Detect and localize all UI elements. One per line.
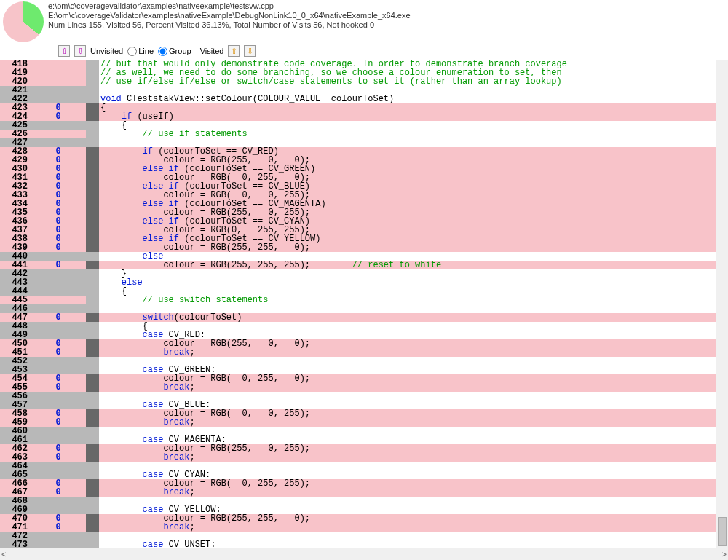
visit-count bbox=[31, 269, 86, 278]
marker bbox=[86, 191, 99, 200]
code-column[interactable]: // but that would only demonstrate code … bbox=[99, 60, 716, 548]
marker bbox=[86, 418, 99, 427]
marker bbox=[86, 95, 99, 103]
visit-count: 0 bbox=[31, 348, 86, 357]
marker bbox=[86, 296, 99, 304]
code-line[interactable]: case CV_UNSET: bbox=[99, 540, 716, 548]
visit-count: 0 bbox=[31, 453, 86, 462]
code-line[interactable]: colour = RGB(255, 255, 0); bbox=[99, 243, 716, 252]
marker bbox=[86, 313, 99, 322]
marker bbox=[86, 68, 99, 77]
visit-count: 0 bbox=[31, 523, 86, 532]
visit-count: 0 bbox=[31, 243, 86, 252]
horizontal-scrollbar[interactable]: < > bbox=[0, 548, 728, 560]
marker bbox=[86, 226, 99, 234]
code-viewer[interactable]: 4184194204214224234244254264274284294304… bbox=[0, 60, 728, 548]
marker bbox=[86, 77, 99, 86]
code-line[interactable]: // use if statements bbox=[99, 130, 716, 138]
code-line[interactable]: { bbox=[99, 103, 716, 112]
visit-count bbox=[31, 392, 86, 401]
marker bbox=[86, 252, 99, 261]
visit-count bbox=[31, 462, 86, 470]
visit-count: 0 bbox=[31, 313, 86, 322]
marker bbox=[86, 532, 99, 540]
code-line[interactable]: break; bbox=[99, 383, 716, 392]
marker bbox=[86, 479, 99, 488]
marker bbox=[86, 427, 99, 435]
code-line[interactable]: switch(colourToSet) bbox=[99, 313, 716, 322]
marker bbox=[86, 540, 99, 548]
marker bbox=[86, 339, 99, 348]
code-line[interactable]: break; bbox=[99, 488, 716, 497]
code-line[interactable]: if (useIf) bbox=[99, 112, 716, 121]
visit-count: 0 bbox=[31, 418, 86, 427]
marker bbox=[86, 357, 99, 366]
visit-count bbox=[31, 130, 86, 138]
code-line[interactable]: break; bbox=[99, 418, 716, 427]
visit-count: 0 bbox=[31, 383, 86, 392]
marker bbox=[86, 112, 99, 121]
visit-count bbox=[31, 278, 86, 287]
marker bbox=[86, 156, 99, 165]
unvisited-label: Unvisited bbox=[90, 47, 123, 55]
marker bbox=[86, 523, 99, 532]
marker bbox=[86, 234, 99, 243]
radio-group[interactable]: Group bbox=[158, 47, 191, 56]
code-line[interactable]: break; bbox=[99, 348, 716, 357]
toolbar: ⇧ ⇩ Unvisited Line Group Visited ⇧ ⇩ bbox=[0, 44, 728, 60]
marker bbox=[86, 383, 99, 392]
source-path: e:\om\c\coveragevalidator\examples\nativ… bbox=[48, 1, 411, 10]
marker bbox=[86, 331, 99, 339]
code-line[interactable]: else bbox=[99, 278, 716, 287]
visit-count bbox=[31, 68, 86, 77]
radio-line[interactable]: Line bbox=[127, 47, 154, 56]
marker bbox=[86, 103, 99, 112]
visit-count: 0 bbox=[31, 488, 86, 497]
marker bbox=[86, 261, 99, 269]
marker bbox=[86, 121, 99, 130]
marker bbox=[86, 409, 99, 418]
marker bbox=[86, 278, 99, 287]
marker bbox=[86, 86, 99, 95]
marker bbox=[86, 165, 99, 173]
next-visited-icon[interactable]: ⇩ bbox=[244, 45, 256, 57]
code-line[interactable]: // use switch statements bbox=[99, 296, 716, 304]
code-line[interactable]: } bbox=[99, 269, 716, 278]
marker bbox=[86, 138, 99, 147]
code-line[interactable]: break; bbox=[99, 523, 716, 532]
next-unvisited-icon[interactable]: ⇩ bbox=[74, 45, 86, 57]
marker bbox=[86, 488, 99, 497]
marker bbox=[86, 130, 99, 138]
visit-count bbox=[31, 77, 86, 86]
marker bbox=[86, 514, 99, 523]
marker bbox=[86, 462, 99, 470]
marker bbox=[86, 348, 99, 357]
marker bbox=[86, 269, 99, 278]
gutter-line-numbers: 4184194204214224234244254264274284294304… bbox=[0, 60, 31, 548]
code-line[interactable]: // use if/else if/else or switch/case st… bbox=[99, 77, 716, 86]
coverage-pie-chart bbox=[3, 1, 44, 42]
marker bbox=[86, 287, 99, 296]
marker bbox=[86, 401, 99, 409]
marker bbox=[86, 208, 99, 217]
vertical-scrollbar[interactable] bbox=[716, 60, 728, 548]
visit-count bbox=[31, 532, 86, 540]
code-line[interactable]: colour = RGB(255, 255, 255); // reset to… bbox=[99, 261, 716, 269]
visit-count bbox=[31, 540, 86, 548]
line-number: 473 bbox=[0, 540, 31, 548]
visit-count bbox=[31, 296, 86, 304]
marker bbox=[86, 497, 99, 505]
header: e:\om\c\coveragevalidator\examples\nativ… bbox=[0, 0, 728, 44]
marker bbox=[86, 444, 99, 453]
visited-label: Visited bbox=[200, 47, 224, 55]
prev-unvisited-icon[interactable]: ⇧ bbox=[58, 45, 70, 57]
marker bbox=[86, 173, 99, 182]
code-line[interactable]: void CTeststakView::setColour(COLOUR_VAL… bbox=[99, 95, 716, 103]
scroll-right-icon[interactable]: > bbox=[722, 550, 727, 559]
code-line[interactable]: break; bbox=[99, 453, 716, 462]
scroll-left-icon[interactable]: < bbox=[1, 550, 6, 559]
marker bbox=[86, 217, 99, 226]
visit-count bbox=[31, 357, 86, 366]
marker bbox=[86, 322, 99, 331]
prev-visited-icon[interactable]: ⇧ bbox=[228, 45, 240, 57]
